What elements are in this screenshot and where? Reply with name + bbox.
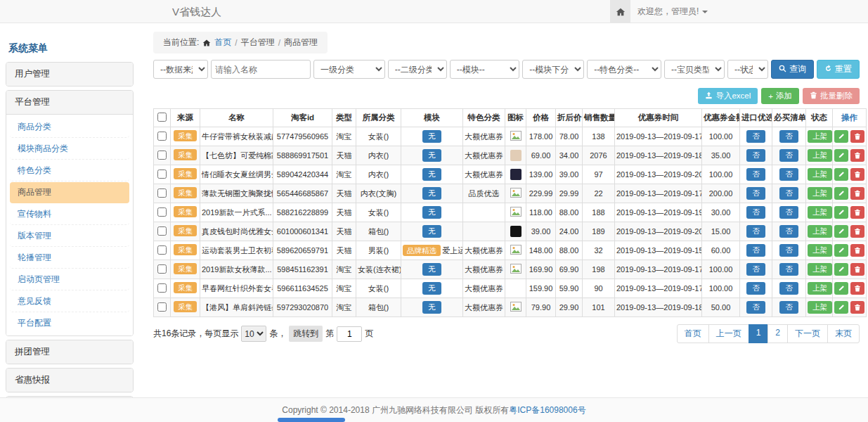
status-button[interactable]: 上架	[808, 168, 832, 181]
filter-select-module-subcategory[interactable]: --模块下分类--	[522, 60, 584, 79]
batch-delete-button[interactable]: 批量删除	[803, 88, 860, 104]
delete-button[interactable]	[850, 187, 864, 200]
app-title[interactable]: V省钱达人	[172, 0, 221, 23]
filter-select-data-source[interactable]: --数据来源--	[153, 60, 208, 79]
pager-item[interactable]: 1	[749, 324, 769, 343]
edit-button[interactable]	[834, 244, 848, 257]
imported-toggle[interactable]: 否	[746, 282, 765, 295]
filter-select-feature-category[interactable]: --特色分类--	[587, 60, 661, 79]
pager-item[interactable]: 下一页	[787, 324, 828, 343]
edit-button[interactable]	[834, 149, 848, 162]
imported-toggle[interactable]: 否	[746, 206, 765, 219]
imported-toggle[interactable]: 否	[746, 225, 765, 238]
delete-button[interactable]	[850, 130, 864, 143]
sidebar-item[interactable]: 版本管理	[10, 226, 129, 247]
status-button[interactable]: 上架	[808, 130, 832, 143]
must-buy-toggle[interactable]: 否	[779, 282, 798, 295]
imported-toggle[interactable]: 否	[746, 187, 765, 200]
per-page-select[interactable]: 10	[241, 326, 266, 342]
user-menu[interactable]: 欢迎您，管理员!	[637, 0, 708, 23]
add-button[interactable]: + 添加	[761, 88, 799, 104]
filter-select-level1-category[interactable]: 一级分类	[313, 60, 385, 79]
must-buy-toggle[interactable]: 否	[779, 244, 798, 257]
module-none-button[interactable]: 无	[422, 149, 441, 162]
reset-button[interactable]: 重置	[817, 60, 860, 79]
imported-toggle[interactable]: 否	[746, 301, 765, 314]
pager-item[interactable]: 上一页	[708, 324, 749, 343]
delete-button[interactable]	[850, 225, 864, 238]
sidebar-item[interactable]: 特色分类	[10, 160, 129, 181]
delete-button[interactable]	[850, 149, 864, 162]
status-button[interactable]: 上架	[808, 149, 832, 162]
edit-button[interactable]	[834, 282, 848, 295]
delete-button[interactable]	[850, 244, 864, 257]
jump-to-button[interactable]: 跳转到	[289, 326, 323, 342]
filter-name-input[interactable]	[211, 60, 311, 79]
select-all-checkbox[interactable]	[157, 113, 167, 122]
row-checkbox[interactable]	[157, 302, 167, 312]
row-checkbox[interactable]	[157, 151, 167, 160]
row-checkbox[interactable]	[157, 226, 167, 236]
imported-toggle[interactable]: 否	[746, 168, 765, 181]
sidebar-item[interactable]: 轮播管理	[10, 248, 129, 269]
must-buy-toggle[interactable]: 否	[779, 168, 798, 181]
page-number-input[interactable]	[337, 326, 362, 342]
home-button[interactable]	[610, 0, 630, 23]
row-checkbox[interactable]	[157, 188, 167, 198]
breadcrumb-home-link[interactable]: 首页	[214, 37, 231, 49]
must-buy-toggle[interactable]: 否	[779, 130, 798, 143]
status-button[interactable]: 上架	[808, 301, 832, 314]
must-buy-toggle[interactable]: 否	[779, 225, 798, 238]
row-checkbox[interactable]	[157, 283, 167, 293]
status-button[interactable]: 上架	[808, 206, 832, 219]
sidebar-item[interactable]: 宣传物料	[10, 204, 129, 225]
must-buy-toggle[interactable]: 否	[779, 149, 798, 162]
edit-button[interactable]	[834, 168, 848, 181]
sidebar-group-header[interactable]: 用户管理	[6, 63, 133, 86]
sidebar-group-header[interactable]: 省惠快报	[6, 369, 133, 392]
module-none-button[interactable]: 无	[422, 225, 441, 238]
edit-button[interactable]	[834, 301, 848, 314]
sidebar-item[interactable]: 商品分类	[10, 117, 129, 138]
row-checkbox[interactable]	[157, 207, 167, 217]
module-none-button[interactable]: 无	[422, 263, 441, 276]
must-buy-toggle[interactable]: 否	[779, 301, 798, 314]
sidebar-item[interactable]: 模块商品分类	[10, 139, 129, 160]
sidebar-group-header[interactable]: 平台管理	[6, 91, 133, 114]
must-buy-toggle[interactable]: 否	[779, 263, 798, 276]
row-checkbox[interactable]	[157, 132, 167, 141]
delete-button[interactable]	[850, 282, 864, 295]
edit-button[interactable]	[834, 225, 848, 238]
edit-button[interactable]	[834, 130, 848, 143]
status-button[interactable]: 上架	[808, 225, 832, 238]
status-button[interactable]: 上架	[808, 244, 832, 257]
imported-toggle[interactable]: 否	[746, 149, 765, 162]
row-checkbox[interactable]	[157, 245, 167, 255]
sidebar-item[interactable]: 启动页管理	[10, 269, 129, 290]
edit-button[interactable]	[834, 263, 848, 276]
filter-select-level2-category[interactable]: --二级分类--	[388, 60, 447, 79]
imported-toggle[interactable]: 否	[746, 244, 765, 257]
sidebar-item[interactable]: 意见反馈	[10, 291, 129, 312]
icp-link[interactable]: 粤ICP备16098006号	[509, 405, 585, 415]
row-checkbox[interactable]	[157, 264, 167, 274]
edit-button[interactable]	[834, 187, 848, 200]
must-buy-toggle[interactable]: 否	[779, 187, 798, 200]
module-none-button[interactable]: 无	[422, 301, 441, 314]
imported-toggle[interactable]: 否	[746, 263, 765, 276]
delete-button[interactable]	[850, 168, 864, 181]
delete-button[interactable]	[850, 206, 864, 219]
module-none-button[interactable]: 无	[422, 206, 441, 219]
sidebar-item[interactable]: 平台配置	[10, 313, 129, 333]
filter-select-module[interactable]: --模块--	[450, 60, 520, 79]
module-none-button[interactable]: 无	[422, 187, 441, 200]
sidebar-group-header[interactable]: 拼团管理	[6, 340, 133, 364]
module-none-button[interactable]: 无	[422, 130, 441, 143]
sidebar-item[interactable]: 商品管理	[10, 182, 129, 203]
delete-button[interactable]	[850, 263, 864, 276]
query-button[interactable]: 查询	[771, 60, 814, 79]
delete-button[interactable]	[850, 301, 864, 314]
filter-select-item-type[interactable]: --宝贝类型--	[664, 60, 725, 79]
filter-select-status[interactable]: --状态--	[727, 60, 768, 79]
module-none-button[interactable]: 无	[422, 282, 441, 295]
